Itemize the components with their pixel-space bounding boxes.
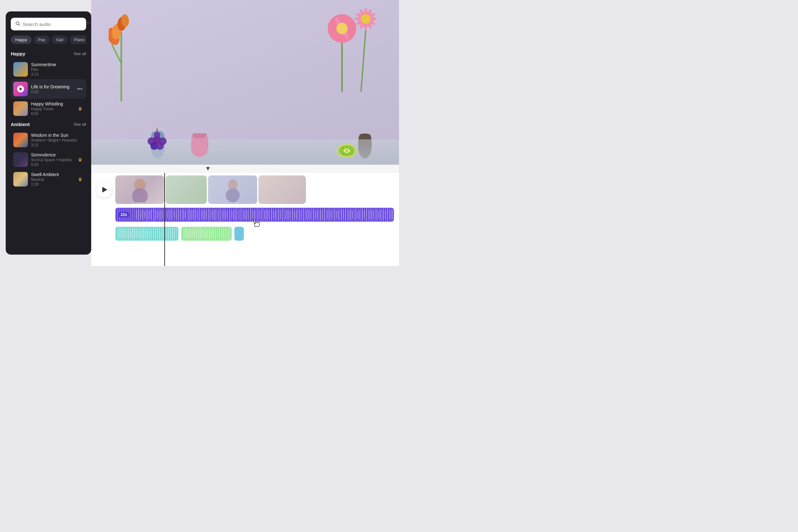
svg-rect-97 <box>248 211 248 218</box>
svg-rect-204 <box>211 230 211 238</box>
audio-clip-cyan2[interactable] <box>234 227 244 241</box>
clip-1[interactable] <box>115 175 164 204</box>
svg-point-33 <box>156 142 164 150</box>
track-thumb-swell <box>13 172 28 187</box>
playhead-bar: ▼ <box>91 165 399 173</box>
svg-rect-207 <box>217 230 218 237</box>
svg-rect-89 <box>230 209 230 221</box>
track-life-dreaming[interactable]: Life is for Dreaming 0:22 ••• <box>11 79 86 99</box>
svg-rect-125 <box>313 209 314 221</box>
svg-rect-81 <box>211 211 211 218</box>
svg-point-45 <box>132 188 148 202</box>
audio-badge: 22s <box>118 212 129 217</box>
track-more-life[interactable]: ••• <box>76 85 83 93</box>
track-wisdom[interactable]: Wisdom in the Sun Ambient • Bright • Pea… <box>11 130 86 150</box>
track-summertime[interactable]: Summertime Film 3:13 <box>11 59 86 79</box>
track-crown-swell[interactable]: ♛ <box>77 175 83 184</box>
track-swell[interactable]: Swell Ambient Musical 1:29 ♛ <box>11 169 86 189</box>
svg-rect-99 <box>252 211 253 218</box>
track-crown-whistling[interactable]: ♛ <box>77 104 83 113</box>
track-somnolence[interactable]: Somnolence Sci-fi & Space • Hopeful 5:03… <box>11 150 86 169</box>
svg-rect-112 <box>283 209 283 221</box>
play-icon <box>102 187 107 192</box>
track-duration-wisdom: 3:12 <box>31 143 83 147</box>
track-sub-wisdom: Ambient • Bright • Peaceful <box>31 138 83 142</box>
svg-rect-132 <box>329 210 330 220</box>
svg-rect-165 <box>128 228 129 240</box>
track-info-swell: Swell Ambient Musical 1:29 <box>31 172 74 187</box>
audio-track-row: 22s <box>115 207 394 223</box>
svg-rect-124 <box>310 211 311 218</box>
svg-rect-196 <box>196 230 196 238</box>
tag-piano[interactable]: Piano <box>70 36 86 44</box>
svg-rect-205 <box>213 229 213 239</box>
see-all-ambient[interactable]: See all <box>74 122 86 127</box>
search-bar <box>11 18 86 31</box>
svg-rect-174 <box>145 230 146 238</box>
svg-rect-90 <box>231 211 232 218</box>
svg-point-47 <box>226 188 240 202</box>
svg-rect-108 <box>273 211 274 218</box>
svg-rect-182 <box>161 230 162 237</box>
track-sub-whistling: Happy Tunes <box>31 107 74 111</box>
svg-rect-189 <box>174 229 175 238</box>
section-header-ambient: Ambient See all <box>11 121 86 127</box>
audio-waveform-purple[interactable]: 22s <box>115 208 394 222</box>
svg-rect-75 <box>197 211 197 218</box>
svg-rect-84 <box>217 211 218 219</box>
pink-jar <box>189 132 210 160</box>
svg-rect-193 <box>190 229 191 239</box>
svg-rect-56 <box>154 209 154 221</box>
svg-rect-213 <box>229 228 229 240</box>
svg-rect-101 <box>258 209 258 220</box>
see-all-happy[interactable]: See all <box>74 51 86 56</box>
tag-sad[interactable]: Sad <box>52 36 68 44</box>
svg-rect-52 <box>145 211 145 218</box>
svg-rect-96 <box>245 210 246 220</box>
svg-rect-49 <box>138 209 139 221</box>
svg-rect-194 <box>192 230 192 237</box>
svg-rect-139 <box>345 209 346 221</box>
svg-rect-178 <box>153 229 154 238</box>
svg-line-1 <box>19 24 20 26</box>
play-button[interactable] <box>96 182 112 197</box>
svg-rect-67 <box>178 209 178 221</box>
clip-3[interactable] <box>208 175 257 204</box>
svg-rect-212 <box>227 230 227 237</box>
track-info-somnolence: Somnolence Sci-fi & Space • Hopeful 5:03 <box>31 152 74 167</box>
tag-happy[interactable]: Happy <box>11 36 32 44</box>
svg-rect-64 <box>171 209 172 220</box>
svg-rect-100 <box>254 210 255 220</box>
svg-rect-143 <box>355 209 356 221</box>
clip-4[interactable] <box>259 175 306 204</box>
svg-rect-191 <box>186 228 187 239</box>
playhead-line <box>164 173 165 266</box>
svg-rect-118 <box>297 210 297 220</box>
audio-clip-cyan[interactable] <box>115 227 178 241</box>
svg-rect-116 <box>292 209 293 221</box>
svg-rect-122 <box>306 210 307 219</box>
clip-2[interactable] <box>166 175 207 204</box>
svg-rect-169 <box>135 229 136 238</box>
svg-rect-93 <box>239 211 239 219</box>
svg-rect-195 <box>194 228 194 240</box>
search-input[interactable] <box>23 21 83 27</box>
audio-clip-green[interactable] <box>181 227 232 241</box>
filter-icon[interactable] <box>86 21 91 27</box>
svg-rect-104 <box>264 210 265 219</box>
svg-rect-136 <box>338 210 339 220</box>
svg-rect-171 <box>139 229 140 239</box>
track-happy-whistling[interactable]: Happy Whistling Happy Tunes 6:02 ♛ <box>11 99 86 118</box>
track-crown-somnolence[interactable]: ♛ <box>77 155 83 164</box>
tag-pop[interactable]: Pop <box>34 36 50 44</box>
svg-point-26 <box>361 14 370 24</box>
grapes <box>145 129 170 152</box>
svg-rect-177 <box>151 230 152 237</box>
svg-rect-83 <box>215 209 216 220</box>
svg-rect-120 <box>301 211 302 219</box>
svg-point-19 <box>336 23 348 34</box>
track-thumb-life <box>13 82 28 96</box>
timeline-content: 22s <box>91 173 399 266</box>
svg-rect-209 <box>221 228 222 240</box>
svg-rect-82 <box>213 210 213 220</box>
